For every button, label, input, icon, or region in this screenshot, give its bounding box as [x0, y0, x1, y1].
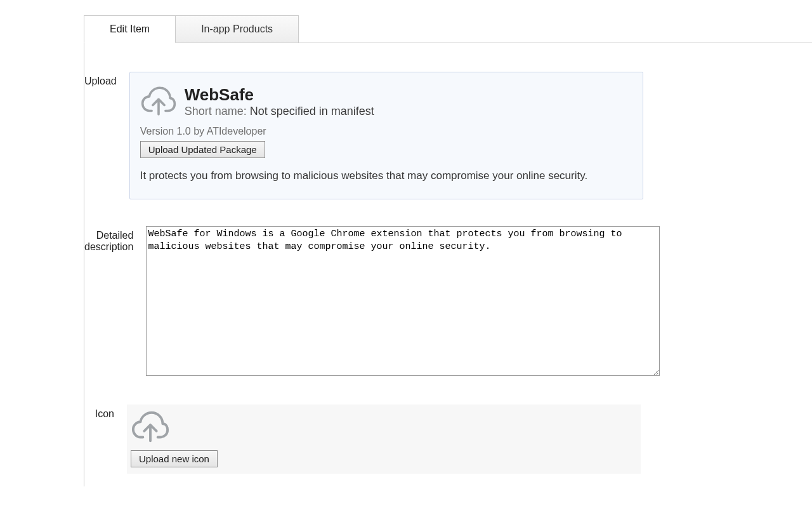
app-icon-preview — [131, 410, 170, 445]
short-name-value: Not specified in manifest — [250, 105, 374, 117]
app-title: WebSafe — [185, 85, 374, 105]
tab-inapp-products[interactable]: In-app Products — [176, 15, 299, 43]
icon-box: Upload new icon — [127, 404, 641, 474]
upload-label: Upload — [84, 72, 129, 87]
tab-underline — [299, 43, 812, 43]
tab-edit-item[interactable]: Edit Item — [84, 15, 176, 43]
short-name-label: Short name: — [185, 105, 250, 117]
icon-label: Icon — [84, 404, 127, 420]
detailed-description-label: Detailed description — [84, 230, 133, 253]
version-line: Version 1.0 by ATIdeveloper — [140, 126, 632, 137]
short-name-line: Short name: Not specified in manifest — [185, 105, 374, 118]
upload-box: WebSafe Short name: Not specified in man… — [129, 72, 643, 199]
short-description: It protects you from browsing to malicio… — [140, 170, 632, 182]
cloud-upload-icon — [140, 84, 177, 119]
detailed-description-textarea[interactable] — [146, 226, 660, 376]
tab-bar: Edit Item In-app Products — [84, 15, 812, 43]
upload-updated-package-button[interactable]: Upload Updated Package — [140, 141, 265, 158]
upload-new-icon-button[interactable]: Upload new icon — [131, 450, 218, 467]
